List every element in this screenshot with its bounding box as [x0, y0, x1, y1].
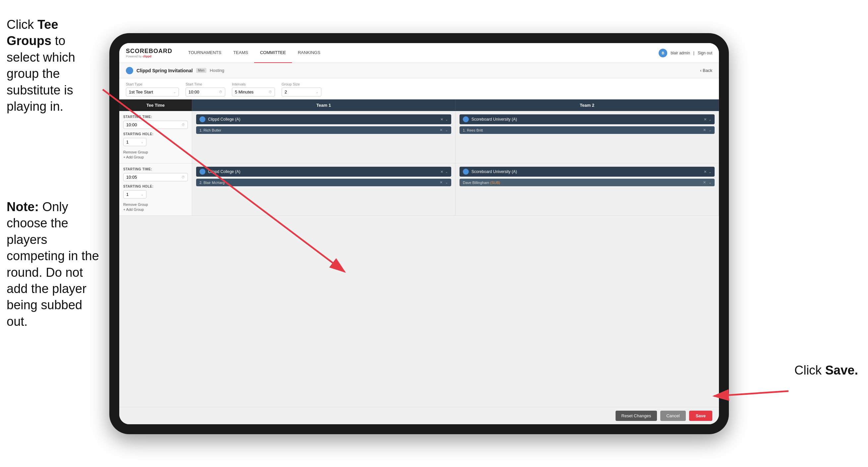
team-remove-2-2[interactable]: ✕	[704, 170, 707, 174]
nav-rankings[interactable]: RANKINGS	[292, 43, 326, 63]
player-name-1-2-0: 2. Blair McHarg	[199, 181, 437, 185]
player-sub-badge: (SUB)	[490, 181, 500, 185]
nav-right: B blair admin | Sign out	[659, 49, 712, 57]
team1-header: Team 1	[192, 99, 456, 111]
start-time-input[interactable]: 10:00 ⏱	[186, 88, 225, 96]
tee-groups-area: STARTING TIME: 10:00 ⏱ STARTING HOLE: 1 …	[119, 111, 719, 407]
player-arrow-2-2-0[interactable]: ⌄	[709, 181, 711, 184]
team-remove-1-2[interactable]: ✕	[440, 170, 443, 174]
settings-row: Start Type 1st Tee Start ⌄ Start Time 10…	[119, 78, 719, 99]
back-button[interactable]: ‹ Back	[700, 68, 712, 73]
tee-group-team1-2: Clippd College (A) ✕ ⌄ 2. Blair McHarg ✕…	[192, 164, 456, 215]
start-time-group: Start Time 10:00 ⏱	[186, 82, 225, 96]
hole-input-2[interactable]: 1 ⌄	[123, 190, 147, 199]
tee-group-team2-2: Scoreboard University (A) ✕ ⌄ Dave Billi…	[456, 164, 719, 215]
player-name-2-2-0: Dave Billingham (SUB)	[463, 181, 700, 185]
player-remove-1-2-0[interactable]: ✕	[440, 180, 443, 185]
table-header: Tee Time Team 1 Team 2	[119, 99, 719, 111]
breadcrumb-avatar	[126, 67, 133, 74]
player-arrow-2-1-0[interactable]: ⌄	[709, 128, 711, 132]
breadcrumb-bar: Clippd Spring Invitational Men Hosting ‹…	[119, 63, 719, 78]
team-name-1-1: Clippd College (A)	[208, 117, 438, 122]
bottom-bar: Reset Changes Cancel Save	[119, 407, 719, 424]
starting-hole-label-2: STARTING HOLE:	[123, 185, 188, 188]
team-remove-2-1[interactable]: ✕	[704, 117, 707, 122]
nav-separator: |	[693, 51, 694, 55]
team-arrow-2-1[interactable]: ⌄	[709, 118, 711, 121]
annotation-bottom-left: Note: Only choose the players competing …	[0, 192, 109, 337]
team-arrow-1-1[interactable]: ⌄	[445, 118, 448, 121]
nav-avatar: B	[659, 49, 667, 57]
logo-powered: Powered by clippd	[126, 55, 172, 58]
team-name-2-1: Scoreboard University (A)	[471, 117, 701, 122]
tee-group-row: STARTING TIME: 10:00 ⏱ STARTING HOLE: 1 …	[119, 111, 719, 164]
team-avatar-2-2	[463, 169, 469, 175]
remove-group-btn-2[interactable]: Remove Group	[123, 203, 188, 206]
team-avatar-1-1	[199, 116, 206, 122]
player-remove-1-1-0[interactable]: ✕	[440, 128, 443, 132]
group-actions-1: Remove Group + Add Group	[123, 150, 188, 159]
logo-area: SCOREBOARD Powered by clippd	[126, 48, 172, 58]
player-name-1-1-0: 1. Rich Butler	[199, 128, 437, 132]
starting-time-label-2: STARTING TIME:	[123, 167, 188, 171]
tee-time-header: Tee Time	[119, 99, 192, 111]
logo-scoreboard: SCOREBOARD	[126, 48, 172, 55]
time-input-1[interactable]: 10:00 ⏱	[123, 121, 188, 129]
start-type-input[interactable]: 1st Tee Start ⌄	[126, 88, 179, 96]
hosting-label: Hosting	[210, 68, 224, 73]
player-arrow-1-2-0[interactable]: ⌄	[445, 181, 448, 184]
start-time-label: Start Time	[186, 82, 225, 86]
gender-badge: Men	[196, 68, 207, 73]
team-card-2-2[interactable]: Scoreboard University (A) ✕ ⌄	[460, 167, 715, 177]
tablet-screen: SCOREBOARD Powered by clippd TOURNAMENTS…	[119, 43, 719, 424]
remove-group-btn-1[interactable]: Remove Group	[123, 150, 188, 154]
sign-out-link[interactable]: Sign out	[698, 51, 712, 55]
tournament-title: Clippd Spring Invitational	[136, 68, 193, 73]
player-remove-2-1-0[interactable]: ✕	[703, 128, 706, 132]
starting-time-label-1: STARTING TIME:	[123, 115, 188, 119]
nav-committee[interactable]: COMMITTEE	[254, 43, 292, 63]
save-button[interactable]: Save	[689, 411, 712, 421]
team-arrow-1-2[interactable]: ⌄	[445, 170, 448, 174]
tee-group-left-1: STARTING TIME: 10:00 ⏱ STARTING HOLE: 1 …	[119, 111, 192, 163]
player-card-1-1-0[interactable]: 1. Rich Butler ✕ ⌄	[196, 126, 451, 134]
nav-links: TOURNAMENTS TEAMS COMMITTEE RANKINGS	[182, 43, 659, 63]
team-avatar-2-1	[463, 116, 469, 122]
start-type-label: Start Type	[126, 82, 179, 86]
player-card-2-1-0[interactable]: 1. Rees Britt ✕ ⌄	[460, 126, 715, 134]
intervals-label: Intervals	[232, 82, 275, 86]
team-name-2-2: Scoreboard University (A)	[471, 169, 701, 174]
cancel-button[interactable]: Cancel	[660, 411, 685, 421]
team-remove-1-1[interactable]: ✕	[440, 117, 443, 122]
add-group-btn-2[interactable]: + Add Group	[123, 207, 188, 211]
team-card-1-1[interactable]: Clippd College (A) ✕ ⌄	[196, 114, 451, 124]
nav-tournaments[interactable]: TOURNAMENTS	[182, 43, 227, 63]
nav-username: blair admin	[671, 51, 690, 55]
annotation-right: Click Save.	[795, 363, 858, 378]
team-arrow-2-2[interactable]: ⌄	[709, 170, 711, 174]
annotation-top-left: Click Tee Groups to select which group t…	[0, 10, 103, 121]
time-input-2[interactable]: 10:05 ⏱	[123, 173, 188, 181]
group-size-group: Group Size 2 ⌄	[282, 82, 321, 96]
tablet-frame: SCOREBOARD Powered by clippd TOURNAMENTS…	[109, 33, 729, 434]
nav-teams[interactable]: TEAMS	[227, 43, 254, 63]
player-remove-2-2-0[interactable]: ✕	[703, 180, 706, 185]
player-arrow-1-1-0[interactable]: ⌄	[445, 128, 448, 132]
tee-group-row-2: STARTING TIME: 10:05 ⏱ STARTING HOLE: 1 …	[119, 164, 719, 216]
team-avatar-1-2	[199, 169, 206, 175]
team-card-1-2[interactable]: Clippd College (A) ✕ ⌄	[196, 167, 451, 177]
reset-changes-button[interactable]: Reset Changes	[616, 411, 657, 421]
hole-input-1[interactable]: 1 ⌄	[123, 138, 147, 146]
tee-group-team1-1: Clippd College (A) ✕ ⌄ 1. Rich Butler ✕ …	[192, 111, 456, 163]
add-group-btn-1[interactable]: + Add Group	[123, 155, 188, 159]
group-size-input[interactable]: 2 ⌄	[282, 88, 321, 96]
breadcrumb-left: Clippd Spring Invitational Men Hosting	[126, 67, 224, 74]
intervals-input[interactable]: 5 Minutes ⏱	[232, 88, 275, 96]
start-type-spinner: ⌄	[173, 90, 176, 94]
group-size-label: Group Size	[282, 82, 321, 86]
team-card-2-1[interactable]: Scoreboard University (A) ✕ ⌄	[460, 114, 715, 124]
starting-hole-label-1: STARTING HOLE:	[123, 132, 188, 136]
team2-header: Team 2	[456, 99, 719, 111]
player-card-1-2-0[interactable]: 2. Blair McHarg ✕ ⌄	[196, 179, 451, 186]
player-card-2-2-0[interactable]: Dave Billingham (SUB) ✕ ⌄	[460, 179, 715, 186]
